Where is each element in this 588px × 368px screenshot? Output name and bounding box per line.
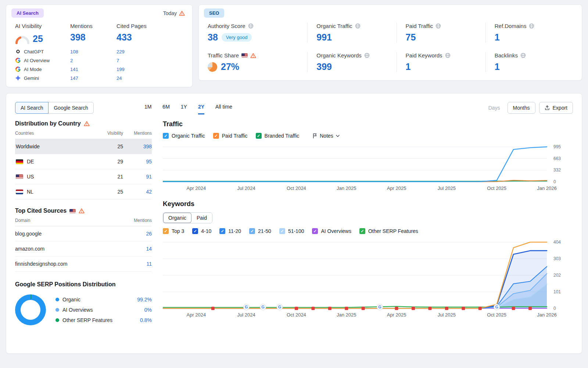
serp-distribution-donut bbox=[15, 294, 46, 325]
today-label: Today bbox=[163, 10, 177, 16]
checkbox-organic-traffic[interactable]: Organic Traffic bbox=[163, 133, 205, 139]
ref-domains-value[interactable]: 1 bbox=[495, 32, 570, 43]
dashboard-page: AI Search Today AI Visibility Mentions C… bbox=[0, 0, 588, 358]
source-chatgpt: ChatGPT bbox=[15, 49, 70, 54]
range-1y[interactable]: 1Y bbox=[181, 101, 187, 114]
backlinks-value[interactable]: 1 bbox=[495, 61, 570, 72]
seo-badge: SEO bbox=[204, 8, 224, 18]
range-6m[interactable]: 6M bbox=[162, 101, 169, 114]
checkbox-icon bbox=[192, 228, 198, 234]
legend-item-other-serp: Other SERP Features 0.8% bbox=[55, 317, 152, 323]
authority-score-value[interactable]: 38 bbox=[208, 32, 218, 43]
ai-visibility-value[interactable]: 25 bbox=[33, 33, 43, 44]
keywords-title: Keywords bbox=[163, 200, 573, 208]
keywords-type-tabs: Organic Paid bbox=[163, 212, 212, 223]
checkbox-top3[interactable]: Top 3 bbox=[163, 228, 184, 234]
de-flag-icon bbox=[16, 159, 23, 164]
cited-sources-header: Domain Mentions bbox=[15, 214, 152, 226]
range-2y[interactable]: 2Y bbox=[198, 101, 204, 114]
cited-source-row[interactable]: amazon.com 14 bbox=[15, 241, 152, 256]
checkbox-icon bbox=[213, 133, 219, 139]
legend-item-ai-overviews: AI Overviews 0% bbox=[55, 307, 152, 313]
globe-icon bbox=[435, 23, 441, 29]
source-ai-overview: AI Overview bbox=[15, 57, 70, 63]
ai-mode-cited[interactable]: 199 bbox=[116, 67, 186, 72]
svg-text:Jul 2025: Jul 2025 bbox=[438, 185, 456, 191]
granularity-days-button[interactable]: Days bbox=[485, 102, 504, 113]
gemini-cited[interactable]: 24 bbox=[116, 75, 186, 81]
checkbox-branded-traffic[interactable]: Branded Traffic bbox=[256, 133, 300, 139]
organic-traffic-cell: Organic Traffic 991 bbox=[307, 23, 396, 43]
tab-organic-keywords[interactable]: Organic bbox=[163, 213, 191, 223]
source-ai-mode: AI Mode bbox=[15, 66, 70, 72]
paid-keywords-value[interactable]: 1 bbox=[406, 61, 481, 72]
checkbox-4-10[interactable]: 4-10 bbox=[192, 228, 211, 234]
mentions-label: Mentions bbox=[70, 23, 116, 29]
range-1m[interactable]: 1M bbox=[144, 101, 151, 114]
svg-text:G: G bbox=[245, 305, 248, 309]
checkbox-ai-overviews[interactable]: AI Overviews bbox=[312, 228, 351, 234]
checkbox-21-50[interactable]: 21-50 bbox=[249, 228, 271, 234]
source-gemini: Gemini bbox=[15, 75, 70, 81]
ai-mode-mentions[interactable]: 141 bbox=[70, 67, 116, 72]
gemini-mentions[interactable]: 147 bbox=[70, 75, 116, 81]
svg-text:Apr 2025: Apr 2025 bbox=[387, 312, 406, 318]
svg-text:Jan 2025: Jan 2025 bbox=[337, 312, 356, 318]
svg-text:G: G bbox=[378, 305, 381, 309]
left-column: Distribution by Country Countries Visibi… bbox=[15, 120, 152, 325]
traffic-share-value[interactable]: 27% bbox=[221, 61, 239, 72]
tab-paid-keywords[interactable]: Paid bbox=[191, 213, 212, 223]
traffic-title: Traffic bbox=[163, 120, 573, 128]
country-row-de[interactable]: DE 29 95 bbox=[15, 154, 152, 169]
checkbox-11-20[interactable]: 11-20 bbox=[219, 228, 241, 234]
cited-sources-title: Top Cited Sources bbox=[15, 208, 152, 214]
export-button[interactable]: Export bbox=[539, 102, 573, 114]
range-all-time[interactable]: All time bbox=[215, 101, 232, 114]
chatgpt-mentions[interactable]: 108 bbox=[70, 49, 116, 54]
svg-text:404: 404 bbox=[553, 240, 561, 245]
checkbox-other-serp-features[interactable]: Other SERP Features bbox=[359, 228, 418, 234]
checkbox-icon bbox=[219, 228, 225, 234]
ref-domains-cell: Ref.Domains 1 bbox=[485, 23, 574, 43]
checkbox-icon bbox=[163, 133, 169, 139]
warning-icon bbox=[84, 121, 90, 126]
google-icon bbox=[15, 66, 21, 72]
us-flag-icon bbox=[241, 53, 248, 57]
checkbox-icon bbox=[359, 228, 365, 234]
svg-text:Jan 2025: Jan 2025 bbox=[337, 185, 356, 191]
tab-google-search[interactable]: Google Search bbox=[48, 102, 93, 114]
checkbox-icon bbox=[279, 228, 285, 234]
organic-keywords-value[interactable]: 399 bbox=[316, 61, 392, 72]
seo-summary-card: SEO Authority Score 38 Very good Organic… bbox=[198, 4, 582, 81]
export-icon bbox=[545, 105, 550, 110]
analytics-main-card: AI Search Google Search 1M 6M 1Y 2Y All … bbox=[6, 93, 582, 354]
warning-icon bbox=[250, 53, 256, 58]
globe-icon bbox=[248, 23, 254, 29]
organic-traffic-value[interactable]: 991 bbox=[316, 32, 392, 43]
notes-dropdown[interactable]: Notes bbox=[312, 133, 340, 139]
cited-source-row[interactable]: blog.google 26 bbox=[15, 226, 152, 241]
traffic-legend: Organic Traffic Paid Traffic Branded Tra… bbox=[163, 133, 573, 139]
ai-overview-mentions[interactable]: 2 bbox=[70, 58, 116, 63]
paid-keywords-cell: Paid Keywords 1 bbox=[397, 52, 485, 72]
chatgpt-cited[interactable]: 229 bbox=[116, 49, 186, 54]
organic-dot-icon bbox=[55, 298, 59, 301]
serp-distribution-legend: Organic 99.2% AI Overviews 0% Other SERP… bbox=[55, 297, 152, 323]
ai-overview-cited[interactable]: 7 bbox=[116, 58, 186, 63]
country-table-header: Countries Visibility Mentions bbox=[15, 127, 152, 139]
checkbox-icon bbox=[312, 228, 318, 234]
mentions-total[interactable]: 398 bbox=[70, 32, 116, 46]
checkbox-51-100[interactable]: 51-100 bbox=[279, 228, 304, 234]
checkbox-paid-traffic[interactable]: Paid Traffic bbox=[213, 133, 248, 139]
cited-pages-total[interactable]: 433 bbox=[116, 32, 186, 46]
country-row-us[interactable]: US 21 91 bbox=[15, 169, 152, 184]
country-row-worldwide[interactable]: Worldwide 25 398 bbox=[15, 139, 152, 154]
cited-source-row[interactable]: finnishdesignshop.com 11 bbox=[15, 256, 152, 272]
svg-text:Jan 2026: Jan 2026 bbox=[537, 312, 557, 318]
country-distribution-title: Distribution by Country bbox=[15, 120, 152, 127]
granularity-months-button[interactable]: Months bbox=[508, 102, 535, 114]
tab-ai-search[interactable]: AI Search bbox=[15, 102, 49, 114]
country-row-nl[interactable]: NL 25 42 bbox=[15, 184, 152, 199]
paid-traffic-value[interactable]: 75 bbox=[406, 32, 481, 43]
svg-text:Jan 2026: Jan 2026 bbox=[537, 185, 557, 191]
